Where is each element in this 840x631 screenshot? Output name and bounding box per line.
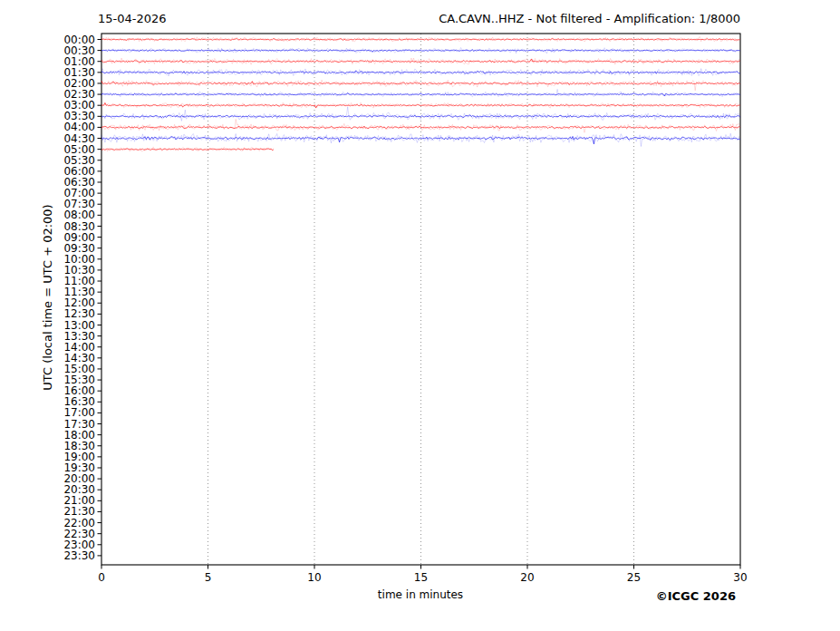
- x-tick-label: 25: [614, 572, 654, 583]
- x-axis-label: time in minutes: [378, 588, 463, 601]
- y-tick-label: 22:30: [0, 529, 95, 539]
- y-tick-label: 23:00: [0, 539, 95, 550]
- x-tick-label: 0: [82, 572, 121, 583]
- x-tick-label: 20: [507, 572, 547, 583]
- y-tick-label: 01:30: [0, 67, 95, 78]
- y-tick-label: 17:30: [0, 419, 95, 430]
- y-tick-label: 14:00: [0, 342, 95, 353]
- y-tick-label: 14:30: [0, 353, 95, 364]
- y-tick-label: 09:00: [0, 232, 95, 243]
- y-tick-label: 18:30: [0, 441, 95, 451]
- y-tick-label: 17:00: [0, 407, 95, 418]
- grid-lines: [208, 34, 634, 565]
- x-tick-label: 30: [720, 572, 760, 583]
- y-tick-label: 13:30: [0, 331, 95, 342]
- y-tick-label: 15:00: [0, 364, 95, 374]
- y-tick-label: 21:30: [0, 506, 95, 517]
- y-tick-label: 04:30: [0, 133, 95, 144]
- y-tick-label: 12:30: [0, 308, 95, 319]
- y-tick-label: 23:30: [0, 550, 95, 561]
- y-tick-label: 22:00: [0, 518, 95, 529]
- y-tick-label: 11:30: [0, 286, 95, 297]
- y-tick-marks: [98, 40, 102, 556]
- y-tick-label: 08:00: [0, 209, 95, 220]
- y-tick-label: 04:00: [0, 121, 95, 132]
- y-tick-label: 18:00: [0, 430, 95, 441]
- y-tick-label: 09:30: [0, 243, 95, 254]
- y-tick-label: 10:00: [0, 254, 95, 265]
- y-tick-label: 13:00: [0, 320, 95, 331]
- plot-border: [101, 34, 740, 565]
- y-tick-label: 08:30: [0, 221, 95, 232]
- seismic-traces: [101, 37, 740, 151]
- x-tick-label: 10: [294, 572, 334, 583]
- y-tick-label: 05:00: [0, 144, 95, 155]
- x-tick-label: 5: [188, 572, 228, 583]
- y-tick-label: 05:30: [0, 155, 95, 166]
- x-tick-label: 15: [401, 572, 441, 583]
- x-tick-marks: [101, 565, 740, 569]
- helicorder-figure: 15-04-2026 CA.CAVN..HHZ - Not filtered -…: [0, 0, 840, 631]
- y-tick-label: 01:00: [0, 56, 95, 67]
- y-tick-label: 00:00: [0, 34, 95, 45]
- plot-canvas: [0, 0, 840, 631]
- y-tick-label: 00:30: [0, 45, 95, 56]
- copyright-credit: ©ICGC 2026: [656, 589, 736, 603]
